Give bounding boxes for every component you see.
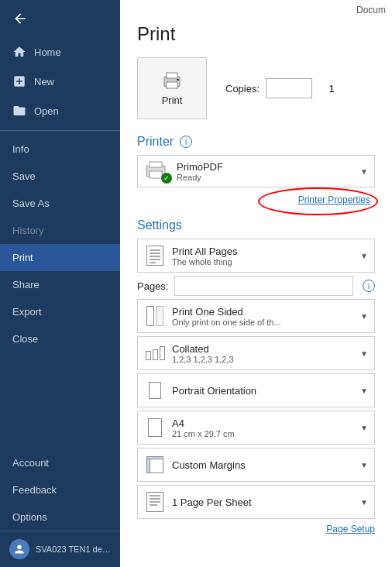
avatar xyxy=(9,539,29,559)
pages-per-sheet-dropdown[interactable]: 1 Page Per Sheet ▼ xyxy=(137,485,375,519)
printer-section-label: Printer xyxy=(137,135,174,149)
svg-rect-5 xyxy=(150,171,162,178)
sidebar-open-label: Open xyxy=(34,105,59,117)
one-sided-text: Print One Sided Only print on one side o… xyxy=(172,306,354,327)
copies-control: Copies: ▲ ▼ xyxy=(225,78,312,98)
collated-dropdown[interactable]: Collated 1,2,3 1,2,3 1,2,3 ▼ xyxy=(137,336,375,370)
copies-label: Copies: xyxy=(225,83,260,94)
pages-input-row: Pages: i xyxy=(137,276,375,296)
margins-text: Custom Margins xyxy=(172,459,354,471)
page-setup-link[interactable]: Page Setup xyxy=(326,524,375,534)
collated-sub: 1,2,3 1,2,3 1,2,3 xyxy=(172,355,354,364)
one-sided-main: Print One Sided xyxy=(172,306,354,318)
printer-dropdown[interactable]: ✓ PrimoPDF Ready ▼ xyxy=(137,155,375,187)
print-button-label: Print xyxy=(162,94,183,106)
sidebar-item-info[interactable]: Info xyxy=(0,136,120,163)
new-icon xyxy=(12,74,26,88)
printer-icon xyxy=(161,71,183,90)
open-icon xyxy=(12,104,26,118)
settings-section-header: Settings xyxy=(137,218,375,232)
sidebar-item-close[interactable]: Close xyxy=(0,325,120,352)
sidebar-item-history[interactable]: History xyxy=(0,217,120,244)
sidebar-new-label: New xyxy=(34,76,54,88)
sidebar-item-options[interactable]: Options xyxy=(0,503,120,531)
printer-dropdown-arrow: ▼ xyxy=(360,167,368,176)
page-setup-row: Page Setup xyxy=(137,524,375,534)
sidebar-item-open[interactable]: Open xyxy=(0,96,120,125)
printer-check-badge: ✓ xyxy=(161,173,172,184)
paper-size-arrow: ▼ xyxy=(360,424,368,432)
orientation-main: Portrait Orientation xyxy=(172,385,354,397)
paper-size-icon xyxy=(144,417,166,438)
printer-section-header: Printer i xyxy=(137,135,375,149)
copies-input[interactable] xyxy=(266,83,392,94)
paper-size-text: A4 21 cm x 29,7 cm xyxy=(172,418,354,438)
print-action-row: Print Copies: ▲ ▼ xyxy=(137,57,375,119)
printer-icon-area: ✓ xyxy=(144,160,169,182)
back-button[interactable] xyxy=(0,0,120,37)
pages-input[interactable] xyxy=(174,276,353,296)
print-button[interactable]: Print xyxy=(137,57,207,119)
paper-size-main: A4 xyxy=(172,418,354,429)
one-sided-sub: Only print on one side of th... xyxy=(172,318,354,327)
one-sided-arrow: ▼ xyxy=(360,312,368,321)
sidebar-divider-1 xyxy=(0,130,120,131)
svg-rect-2 xyxy=(167,73,177,78)
pages-range-icon xyxy=(144,245,166,266)
paper-size-dropdown[interactable]: A4 21 cm x 29,7 cm ▼ xyxy=(137,411,375,445)
sidebar-info-label: Info xyxy=(12,143,29,155)
sidebar-item-export[interactable]: Export xyxy=(0,298,120,325)
printer-text: PrimoPDF Ready xyxy=(177,161,356,182)
collated-icon xyxy=(144,342,166,364)
sidebar-item-save[interactable]: Save xyxy=(0,163,120,190)
orientation-text: Portrait Orientation xyxy=(172,385,354,397)
orientation-icon xyxy=(144,380,166,401)
pages-per-sheet-text: 1 Page Per Sheet xyxy=(172,497,354,508)
one-sided-icon xyxy=(144,305,166,327)
svg-rect-1 xyxy=(167,82,177,88)
printer-properties-link[interactable]: Printer Properties xyxy=(294,192,375,208)
sidebar-save-as-label: Save As xyxy=(12,198,50,209)
pages-range-text: Print All Pages The whole thing xyxy=(172,246,354,266)
pages-info-icon[interactable]: i xyxy=(363,280,375,292)
pages-range-sub: The whole thing xyxy=(172,257,354,266)
pages-per-sheet-icon xyxy=(144,491,166,513)
one-sided-dropdown[interactable]: Print One Sided Only print on one side o… xyxy=(137,299,375,333)
margins-main: Custom Margins xyxy=(172,459,354,471)
pages-label: Pages: xyxy=(137,280,168,292)
sidebar-item-share[interactable]: Share xyxy=(0,271,120,298)
margins-dropdown[interactable]: Custom Margins ▼ xyxy=(137,448,375,482)
orientation-arrow: ▼ xyxy=(360,387,368,395)
collated-text: Collated 1,2,3 1,2,3 1,2,3 xyxy=(172,343,354,364)
sidebar-item-new[interactable]: New xyxy=(0,67,120,96)
pages-range-main: Print All Pages xyxy=(172,246,354,257)
sidebar-user: SVA023 TEN1 den 2... xyxy=(0,531,120,567)
pages-range-arrow: ▼ xyxy=(360,252,368,260)
margins-icon xyxy=(144,454,166,476)
printer-properties-row: Printer Properties xyxy=(137,192,375,208)
doc-label: Docum xyxy=(356,5,386,15)
print-all-pages-dropdown[interactable]: Print All Pages The whole thing ▼ xyxy=(137,239,375,273)
margins-arrow: ▼ xyxy=(360,461,368,469)
svg-rect-6 xyxy=(150,162,162,167)
paper-size-sub: 21 cm x 29,7 cm xyxy=(172,429,354,438)
printer-info-icon[interactable]: i xyxy=(180,136,192,148)
sidebar-bottom: Account Feedback Options SVA023 TEN1 den… xyxy=(0,449,120,567)
sidebar-item-print[interactable]: Print xyxy=(0,244,120,271)
home-icon xyxy=(12,45,26,59)
sidebar-item-save-as[interactable]: Save As xyxy=(0,190,120,217)
copies-spinner[interactable]: ▲ ▼ xyxy=(266,78,312,98)
sidebar-item-account[interactable]: Account xyxy=(0,449,120,476)
settings-section-label: Settings xyxy=(137,218,182,232)
orientation-dropdown[interactable]: Portrait Orientation ▼ xyxy=(137,373,375,407)
printer-name: PrimoPDF xyxy=(177,161,356,173)
sidebar-item-feedback[interactable]: Feedback xyxy=(0,476,120,503)
sidebar-home-label: Home xyxy=(34,46,61,58)
page-title: Print xyxy=(137,23,375,45)
pages-per-sheet-main: 1 Page Per Sheet xyxy=(172,497,354,508)
main-content: Docum Print Print Copies: ▲ ▼ Pri xyxy=(120,0,392,567)
sidebar: Home New Open Info Save Save As History … xyxy=(0,0,120,567)
user-label: SVA023 TEN1 den 2... xyxy=(36,545,111,554)
printer-status: Ready xyxy=(177,173,356,182)
sidebar-item-home[interactable]: Home xyxy=(0,37,120,67)
